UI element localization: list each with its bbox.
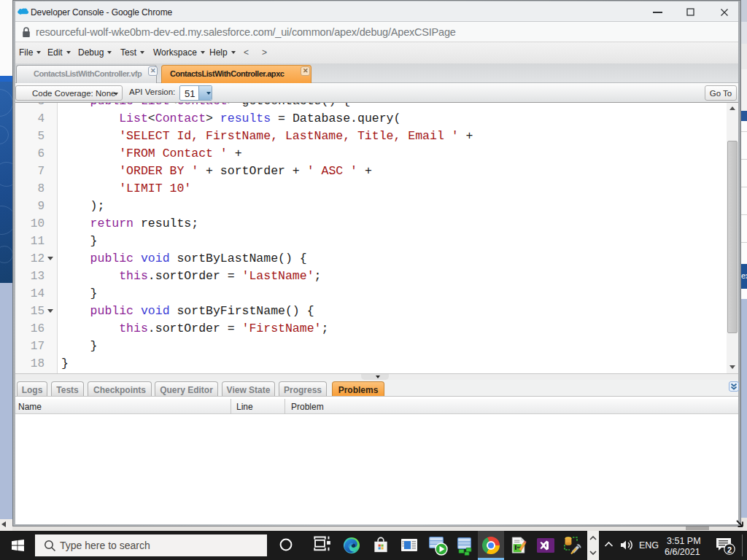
svg-text:2: 2 (727, 545, 732, 554)
